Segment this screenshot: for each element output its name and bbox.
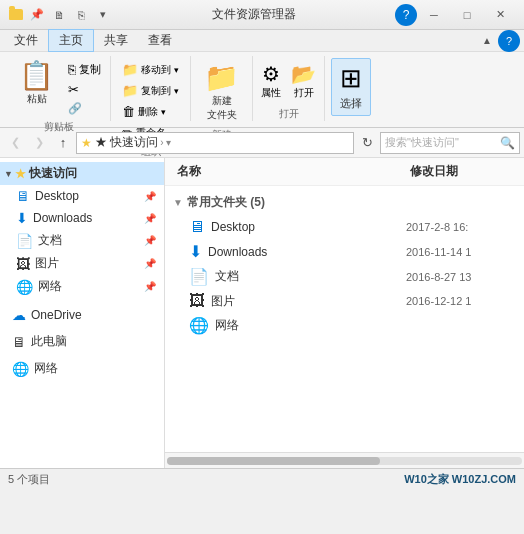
ribbon-collapse[interactable]: ▲ [476, 30, 498, 52]
ribbon-help[interactable]: ? [498, 30, 520, 52]
table-row[interactable]: 🖼 图片 2016-12-12 1 [165, 289, 524, 313]
menu-bar: 文件 主页 共享 查看 ▲ ? [0, 30, 524, 52]
docs-icon: 📄 [16, 233, 33, 249]
quick-access-arrow: ▼ [4, 169, 13, 179]
properties-icon: ⚙ [262, 62, 280, 86]
refresh-button[interactable]: ↻ [356, 132, 378, 154]
menu-file[interactable]: 文件 [4, 30, 48, 51]
search-bar[interactable]: 搜索"快速访问" 🔍 [380, 132, 520, 154]
main-area: ▼ ★ 快速访问 🖥 Desktop 📌 ⬇ Downloads 📌 📄 文档 … [0, 158, 524, 468]
copy-button[interactable]: ⎘ 复制 [63, 60, 106, 79]
new-folder-button[interactable]: 📁 新建 文件夹 [197, 58, 246, 125]
col-date-header[interactable]: 修改日期 [406, 160, 516, 183]
sidebar-downloads-label: Downloads [33, 211, 92, 225]
sidebar-item-downloads[interactable]: ⬇ Downloads 📌 [0, 207, 164, 229]
section-common-folders[interactable]: ▼ 常用文件夹 (5) [165, 190, 524, 215]
shortcut-icon: 🔗 [68, 102, 82, 115]
forward-button[interactable]: ❯ [28, 132, 50, 154]
docs-file-icon: 📄 [189, 267, 209, 286]
breadcrumb-dropdown: ▾ [166, 137, 171, 148]
delete-button[interactable]: 🗑 删除 ▾ [117, 102, 184, 121]
ribbon-group-new: 📁 新建 文件夹 新建 [191, 56, 253, 121]
menu-home[interactable]: 主页 [48, 29, 94, 52]
cut-button[interactable]: ✂ [63, 80, 106, 99]
properties-label: 属性 [261, 86, 281, 100]
quick-access-pin[interactable]: 📌 [28, 6, 46, 24]
sidebar-item-pictures[interactable]: 🖼 图片 📌 [0, 252, 164, 275]
sidebar: ▼ ★ 快速访问 🖥 Desktop 📌 ⬇ Downloads 📌 📄 文档 … [0, 158, 165, 468]
new-folder-label: 新建 文件夹 [207, 94, 237, 122]
content-header: 名称 修改日期 [165, 158, 524, 186]
move-icon: 📁 [122, 62, 138, 77]
sidebar-network-label: 网络 [38, 278, 62, 295]
help-button[interactable]: ? [395, 4, 417, 26]
open-button[interactable]: 📂 打开 [287, 60, 320, 102]
sidebar-item-desktop[interactable]: 🖥 Desktop 📌 [0, 185, 164, 207]
scissors-icon: ✂ [68, 82, 79, 97]
watermark: W10之家 W10ZJ.COM [404, 472, 516, 487]
sidebar-network-root[interactable]: 🌐 网络 [0, 357, 164, 380]
sidebar-pictures-label: 图片 [35, 255, 59, 272]
table-row[interactable]: 🌐 网络 [165, 313, 524, 338]
breadcrumb-bar[interactable]: ★ ★ 快速访问 › ▾ [76, 132, 354, 154]
quick-access-new[interactable]: 🗎 [50, 6, 68, 24]
hscroll-thumb[interactable] [167, 457, 380, 465]
quick-access-dropdown[interactable]: ▾ [94, 6, 112, 24]
back-button[interactable]: ❮ [4, 132, 26, 154]
new-folder-icon: 📁 [204, 61, 239, 94]
sidebar-quick-access[interactable]: ▼ ★ 快速访问 [0, 162, 164, 185]
properties-button[interactable]: ⚙ 属性 [257, 60, 285, 102]
copyto-arrow: ▾ [174, 86, 179, 96]
copyto-icon: 📁 [122, 83, 138, 98]
ribbon-group-clipboard: 📋 粘贴 ⎘ 复制 ✂ 🔗 剪贴板 [8, 56, 111, 121]
horizontal-scrollbar[interactable] [165, 452, 524, 468]
breadcrumb-star-icon: ★ [81, 136, 92, 150]
section-label: 常用文件夹 (5) [187, 194, 265, 211]
move-to-button[interactable]: 📁 移动到 ▾ [117, 60, 184, 79]
status-bar: 5 个项目 W10之家 W10ZJ.COM [0, 468, 524, 490]
quick-access-icon: ★ [15, 167, 26, 181]
menu-view[interactable]: 查看 [138, 30, 182, 51]
network-sidebar-icon: 🌐 [16, 279, 33, 295]
nav-bar: ❮ ❯ ↑ ★ ★ 快速访问 › ▾ ↻ 搜索"快速访问" 🔍 [0, 128, 524, 158]
section-chevron-icon: ▼ [173, 197, 183, 208]
downloads-pin: 📌 [144, 213, 156, 224]
window-controls: ? ─ □ ✕ [395, 4, 516, 26]
sidebar-onedrive-label: OneDrive [31, 308, 82, 322]
select-button[interactable]: ⊞ 选择 [331, 58, 371, 116]
shortcut-button[interactable]: 🔗 [63, 100, 106, 117]
col-name-header[interactable]: 名称 [173, 160, 406, 183]
move-arrow: ▾ [174, 65, 179, 75]
file-date-docs: 2016-8-27 13 [406, 271, 516, 283]
table-row[interactable]: 🖥 Desktop 2017-2-8 16: [165, 215, 524, 239]
breadcrumb-sep-icon: › [160, 137, 163, 148]
quick-access-copy[interactable]: ⎘ [72, 6, 90, 24]
maximize-button[interactable]: □ [451, 4, 483, 26]
copy-to-button[interactable]: 📁 复制到 ▾ [117, 81, 184, 100]
docs-pin: 📌 [144, 235, 156, 246]
ribbon-group-open: ⚙ 属性 📂 打开 打开 [253, 56, 325, 121]
paste-label: 粘贴 [27, 92, 47, 106]
close-button[interactable]: ✕ [484, 4, 516, 26]
downloads-file-icon: ⬇ [189, 242, 202, 261]
pictures-pin: 📌 [144, 258, 156, 269]
sidebar-item-docs[interactable]: 📄 文档 📌 [0, 229, 164, 252]
table-row[interactable]: 📄 文档 2016-8-27 13 [165, 264, 524, 289]
file-name-pictures: 图片 [211, 293, 406, 310]
sidebar-this-pc[interactable]: 🖥 此电脑 [0, 330, 164, 353]
pictures-file-icon: 🖼 [189, 292, 205, 310]
minimize-button[interactable]: ─ [418, 4, 450, 26]
file-name-desktop: Desktop [211, 220, 406, 234]
table-row[interactable]: ⬇ Downloads 2016-11-14 1 [165, 239, 524, 264]
paste-button[interactable]: 📋 粘贴 [12, 56, 61, 109]
menu-share[interactable]: 共享 [94, 30, 138, 51]
app-icon [8, 7, 24, 23]
sidebar-this-pc-label: 此电脑 [31, 333, 67, 350]
network-pin: 📌 [144, 281, 156, 292]
sidebar-onedrive[interactable]: ☁ OneDrive [0, 304, 164, 326]
search-icon: 🔍 [500, 136, 515, 150]
sidebar-item-network[interactable]: 🌐 网络 📌 [0, 275, 164, 298]
network-root-icon: 🌐 [12, 361, 29, 377]
up-button[interactable]: ↑ [52, 132, 74, 154]
open-label: 打开 [294, 86, 314, 100]
